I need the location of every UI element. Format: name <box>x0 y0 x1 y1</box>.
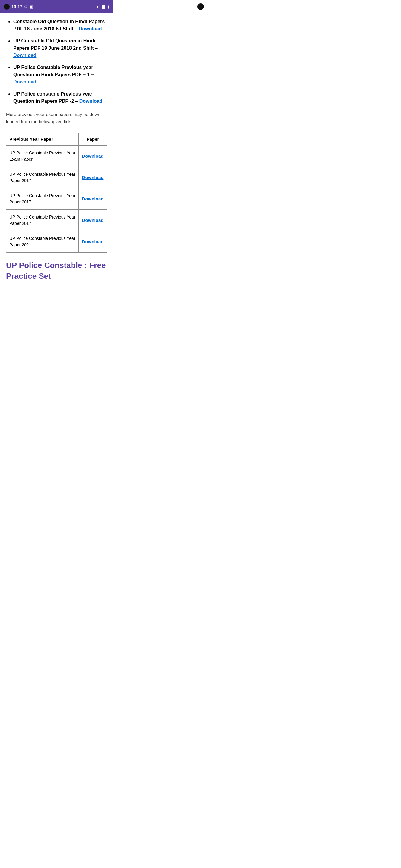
table-cell-paper-name: UP Police Constable Previous Year Paper … <box>6 188 79 210</box>
download-link-3[interactable]: Download <box>13 79 36 84</box>
status-circle-icon <box>4 4 10 10</box>
settings-icon: ⚙ <box>24 4 28 9</box>
table-download-link[interactable]: Download <box>82 196 104 201</box>
table-cell-paper-name: UP Police Constable Previous Year Exam P… <box>6 146 79 167</box>
download-link-1[interactable]: Download <box>79 26 102 31</box>
table-header-row: Previous Year Paper Paper <box>6 133 107 146</box>
table-row: UP Police Constable Previous Year Paper … <box>6 231 107 253</box>
table-cell-paper-name: UP Police Constable Previous Year Paper … <box>6 231 79 253</box>
battery-icon: ▮ <box>107 4 110 9</box>
table-download-link[interactable]: Download <box>82 239 104 244</box>
main-content: Constable Old Question in Hindi Papers P… <box>0 13 113 289</box>
table-header-paper: Previous Year Paper <box>6 133 79 146</box>
table-cell-download: Download <box>79 146 107 167</box>
table-download-link[interactable]: Download <box>82 218 104 223</box>
table-body: UP Police Constable Previous Year Exam P… <box>6 146 107 253</box>
battery-saver-icon: ▣ <box>30 4 33 9</box>
table-download-link[interactable]: Download <box>82 153 104 158</box>
table-cell-paper-name: UP Police Constable Previous Year Paper … <box>6 167 79 188</box>
list-item: UP Constable Old Question in Hindi Paper… <box>13 37 107 59</box>
table-cell-paper-name: UP Police Constable Previous Year Paper … <box>6 210 79 231</box>
wifi-icon: ▲ <box>96 4 99 9</box>
list-item: UP Police Constable Previous year Questi… <box>13 64 107 86</box>
table-cell-download: Download <box>79 167 107 188</box>
papers-table: Previous Year Paper Paper UP Police Cons… <box>6 133 107 252</box>
list-item: UP Police constable Previous year Questi… <box>13 90 107 105</box>
table-row: UP Police Constable Previous Year Paper … <box>6 167 107 188</box>
section-heading: UP Police Constable : Free Practice Set <box>6 260 107 282</box>
bullet-item-text-2: UP Constable Old Question in Hindi Paper… <box>13 38 98 51</box>
bullet-item-text-3: UP Police Constable Previous year Questi… <box>13 65 94 77</box>
signal-icon: ▐▌ <box>101 4 106 9</box>
table-cell-download: Download <box>79 231 107 253</box>
table-download-link[interactable]: Download <box>82 175 104 180</box>
download-link-2[interactable]: Download <box>13 53 36 58</box>
table-row: UP Police Constable Previous Year Paper … <box>6 210 107 231</box>
table-row: UP Police Constable Previous Year Exam P… <box>6 146 107 167</box>
info-text: More previous year exam papers may be do… <box>6 111 107 125</box>
papers-table-container: Previous Year Paper Paper UP Police Cons… <box>6 133 107 253</box>
bullet-list: Constable Old Question in Hindi Papers P… <box>6 18 107 105</box>
status-bar-left: 10:17 ⚙ ▣ <box>4 4 33 10</box>
status-bar-right: ▲ ▐▌ ▮ <box>96 4 110 9</box>
status-time: 10:17 <box>11 4 22 9</box>
table-row: UP Police Constable Previous Year Paper … <box>6 188 107 210</box>
table-header-link: Paper <box>79 133 107 146</box>
status-bar: 10:17 ⚙ ▣ ▲ ▐▌ ▮ <box>0 0 113 13</box>
list-item: Constable Old Question in Hindi Papers P… <box>13 18 107 33</box>
table-cell-download: Download <box>79 188 107 210</box>
table-cell-download: Download <box>79 210 107 231</box>
download-link-4[interactable]: Download <box>79 98 102 104</box>
